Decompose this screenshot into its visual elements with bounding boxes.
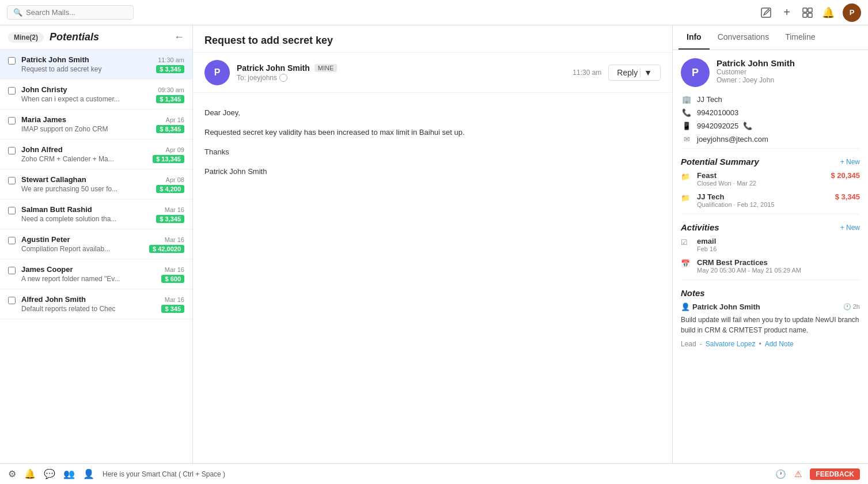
mail-item[interactable]: Maria James Apr 16 IMAP support on Zoho … [0,109,192,139]
activity-name[interactable]: email [697,237,860,245]
mail-item[interactable]: Salman Butt Rashid Mar 16 Need a complet… [0,199,192,229]
note-body: Build update will fail when you try to u… [681,315,860,335]
main-layout: Mine(2) Potentials ← Patrick John Smith … [0,25,868,463]
contact-name[interactable]: Patrick John Smith [717,58,795,68]
tab-timeline[interactable]: Timeline [777,25,823,50]
compose-icon[interactable] [760,6,772,19]
feedback-button[interactable]: FEEDBACK [810,468,860,480]
reply-button[interactable]: Reply ▼ [608,65,661,81]
mail-item[interactable]: Patrick John Smith 11:30 am Request to a… [0,50,192,80]
activities-header: Activities + New [681,222,860,232]
svg-rect-4 [808,13,812,17]
mail-preview: Default reports related to Chec [21,305,157,313]
notifications-icon[interactable]: 🔔 [822,6,835,19]
mail-checkbox[interactable] [8,117,16,124]
phone-call-icon[interactable]: 📞 [743,122,752,130]
mail-checkbox[interactable] [8,267,16,274]
activity-name[interactable]: CRM Best Practices [697,258,860,267]
mail-preview: Need a complete solution tha... [21,215,151,223]
search-icon: 🔍 [13,8,22,17]
mail-sender: Salman Butt Rashid [21,205,92,214]
pot-sub: Qualification · Feb 12, 2015 [697,201,835,208]
mail-item[interactable]: John Alfred Apr 09 Zoho CRM + Calender +… [0,139,192,169]
note-lead-link[interactable]: Salvatore Lopez [706,340,756,348]
reply-dropdown-icon[interactable]: ▼ [640,68,652,77]
search-input[interactable] [26,8,127,17]
tab-conversations[interactable]: Conversations [710,25,778,50]
mail-checkbox[interactable] [8,177,16,184]
users-icon[interactable]: 👥 [63,468,75,479]
pot-name[interactable]: JJ Tech [697,192,835,201]
clock-icon: 🕐 [775,469,786,479]
pot-sub: Closed Won · Mar 22 [697,180,831,187]
layout-icon[interactable] [801,6,814,19]
email-timestamp: 11:30 am [573,69,601,77]
add-icon[interactable]: + [780,6,793,19]
potential-folder-icon: 📁 [681,172,692,184]
contact-card: P Patrick John Smith Customer Owner : Jo… [681,58,860,87]
potential-summary-header: Potential Summary + New [681,157,860,167]
notes-title: Notes [681,288,705,298]
back-arrow[interactable]: ← [174,31,184,43]
contact-owner: Owner : Joey John [717,76,795,84]
mail-checkbox[interactable] [8,87,16,94]
person-icon[interactable]: 👤 [83,468,94,479]
mail-time: Mar 16 [165,206,184,213]
activity-icon: 📅 [681,259,692,271]
contact-role: Customer [717,68,795,76]
mail-item[interactable]: John Christy 09:30 am When can i expect … [0,80,192,109]
svg-rect-2 [808,8,812,12]
svg-rect-3 [803,13,807,17]
email-icon: ✉ [681,135,692,143]
user-icon: 👤 [681,302,690,311]
mail-item[interactable]: Stewart Callaghan Apr 08 We are purchasi… [0,169,192,199]
mail-sender: Patrick John Smith [21,55,89,64]
mail-item[interactable]: James Cooper Mar 16 A new report folder … [0,259,192,289]
bell-icon[interactable]: 🔔 [24,468,36,479]
tab-info[interactable]: Info [679,25,710,50]
potential-summary-title: Potential Summary [681,157,759,167]
activity-date: May 20 05:30 AM - May 21 05:29 AM [697,267,860,274]
mail-time: Mar 16 [165,236,184,243]
mail-badge: $ 8,345 [156,125,184,133]
mail-sender: Agustin Peter [21,235,70,244]
pot-name[interactable]: Feast [697,171,831,180]
sidebar-header: Mine(2) Potentials ← [0,25,192,50]
search-box[interactable]: 🔍 [7,5,134,20]
sender-avatar: P [204,60,230,85]
email-to: To: joeyjohns [237,74,573,82]
mail-item[interactable]: Agustin Peter Mar 16 Compilation Report … [0,229,192,259]
mail-checkbox[interactable] [8,57,16,65]
mail-info: Maria James Apr 16 IMAP support on Zoho … [21,115,184,133]
activity-icon: ☑ [681,238,692,249]
activities-add[interactable]: + New [840,224,860,232]
note-footer: Lead - Salvatore Lopez • Add Note [681,340,860,348]
mail-info: John Christy 09:30 am When can i expect … [21,85,184,103]
potential-folder-icon: 📁 [681,194,692,205]
mail-badge: $ 3,345 [156,65,184,73]
mail-checkbox[interactable] [8,207,16,214]
topbar: 🔍 + 🔔 P [0,0,868,25]
chat-icon[interactable]: 💬 [44,468,55,479]
status-bar: ⚙ 🔔 💬 👥 👤 Here is your Smart Chat ( Ctrl… [0,463,868,484]
mail-info: Agustin Peter Mar 16 Compilation Report … [21,235,184,253]
add-note-link[interactable]: Add Note [765,340,794,348]
settings-icon[interactable]: ⚙ [8,468,16,479]
potential-summary-add[interactable]: + New [840,158,860,166]
mail-checkbox[interactable] [8,237,16,244]
mail-badge: $ 42,0020 [149,245,184,253]
mail-checkbox[interactable] [8,297,16,304]
status-bar-actions: 🕐 ⚠ FEEDBACK [775,468,860,480]
contact-info: Patrick John Smith Customer Owner : Joey… [717,58,795,84]
avatar[interactable]: P [843,3,861,22]
mail-preview: Request to add secret key [21,65,151,73]
mail-sender: Maria James [21,115,66,124]
divider2 [681,214,860,214]
mail-preview: We are purchasing 50 user fo... [21,185,151,193]
email-body-line: Dear Joey, [204,107,661,119]
mail-list: Patrick John Smith 11:30 am Request to a… [0,50,192,463]
mail-sender: John Alfred [21,145,63,154]
mail-item[interactable]: Alfred John Smith Mar 16 Default reports… [0,289,192,319]
mail-checkbox[interactable] [8,147,16,154]
contact-avatar: P [681,58,710,87]
